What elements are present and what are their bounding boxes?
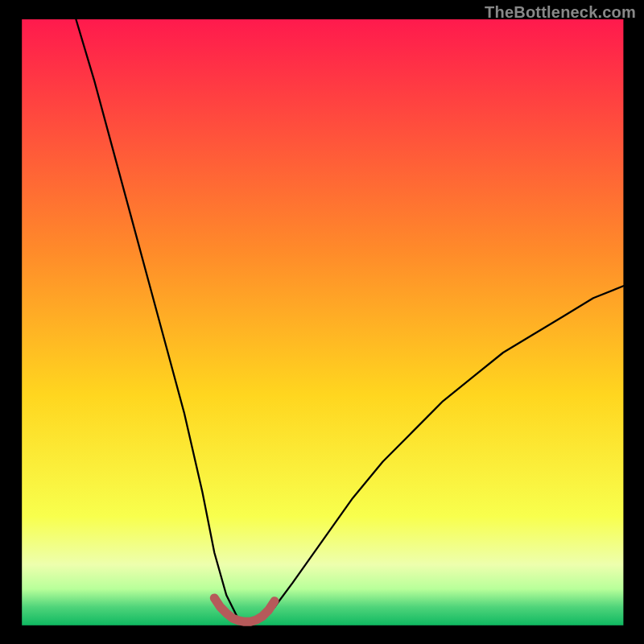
plot-gradient-background [22,19,623,625]
chart-stage: { "watermark": "TheBottleneck.com", "col… [0,0,644,644]
watermark-text: TheBottleneck.com [485,3,636,22]
bottleneck-chart [0,0,644,644]
